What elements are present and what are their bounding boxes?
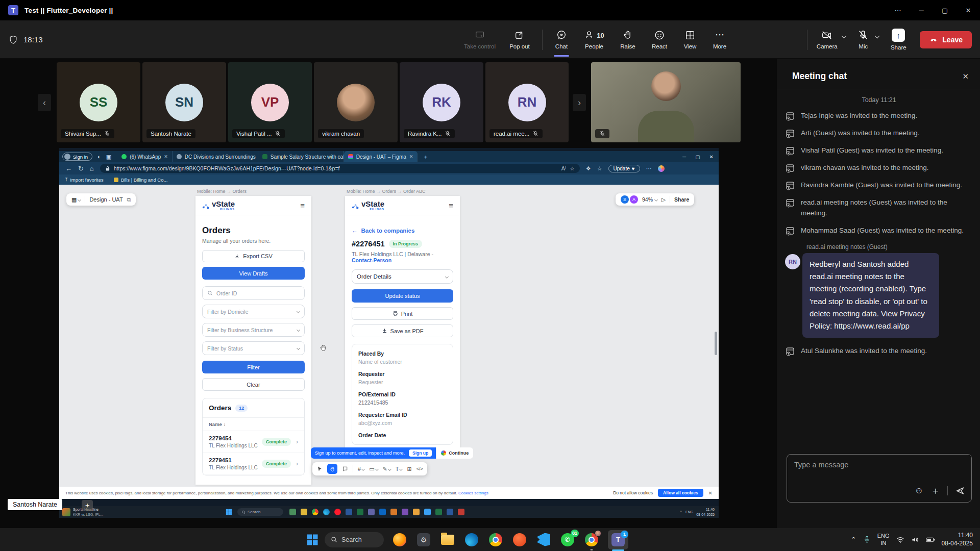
volume-icon[interactable]	[911, 536, 919, 543]
copilot-sidebar-icon[interactable]: ◐	[97, 154, 101, 160]
browser-tab[interactable]: DC Divisions and Surroundings✕	[173, 151, 258, 162]
hamburger-menu-icon[interactable]: ≡	[300, 201, 305, 210]
present-icon[interactable]: ▷	[662, 196, 666, 203]
close-button[interactable]: ✕	[957, 7, 980, 14]
order-row[interactable]: 2279451 TL Flex Holdings LLC Complete ›	[203, 453, 304, 475]
new-tab-icon[interactable]: ＋	[423, 153, 428, 161]
taskbar-icon-edge[interactable]	[464, 532, 479, 547]
participant-tile[interactable]: SN Santosh Narate	[142, 62, 226, 142]
home-icon[interactable]: ⌂	[90, 165, 94, 172]
deny-cookies-link[interactable]: Do not allow cookies	[613, 490, 653, 495]
cookie-settings-link[interactable]: Cookies settings	[458, 491, 488, 495]
browser-sign-in-button[interactable]: Sign in	[62, 153, 92, 161]
people-button[interactable]: 10 People	[576, 30, 612, 49]
url-field[interactable]: https://www.figma.com/design/9BKQ0FOHRWa…	[100, 164, 580, 173]
back-icon[interactable]: ←	[65, 165, 72, 172]
react-button[interactable]: React	[644, 30, 675, 49]
tab-close-icon[interactable]: ✕	[164, 154, 168, 159]
figma-frame-order-detail[interactable]: vState FILINGS ≡ ←Back to companies #227…	[345, 196, 460, 454]
allow-cookies-button[interactable]: Allow all cookies	[658, 489, 703, 497]
figma-share-button[interactable]: Share	[674, 196, 689, 203]
presenter-add-icon[interactable]: ＋	[82, 500, 93, 511]
save-as-pdf-button[interactable]: Save as PDF	[352, 324, 453, 337]
figma-canvas[interactable]: ▦ Design - UAT ⧉ S A 94% ▷ Share Mobil	[59, 185, 719, 487]
update-status-button[interactable]: Update status	[352, 289, 453, 303]
move-tool-icon[interactable]	[316, 466, 323, 472]
chat-message[interactable]: RN Redberyl and Santosh added read.ai me…	[785, 253, 973, 338]
text-tool-icon[interactable]: T	[396, 466, 403, 472]
minimize-button[interactable]: ─	[910, 7, 933, 14]
browser-close-icon[interactable]: ✕	[709, 154, 714, 160]
taskbar-icon-teams[interactable]: T 1	[608, 530, 628, 549]
favorite-bookmark[interactable]: Bills | Billing and Co...	[114, 177, 168, 183]
send-icon[interactable]	[955, 486, 965, 496]
scroll-left-chevron-icon[interactable]: ‹	[38, 94, 51, 111]
chat-close-icon[interactable]: ✕	[962, 72, 969, 81]
filter-domicile-select[interactable]: Filter by Domicile	[202, 305, 305, 318]
filter-button[interactable]: Filter	[202, 361, 305, 373]
taskbar-icon-brave[interactable]	[512, 532, 527, 547]
duplicate-icon[interactable]: ⧉	[127, 196, 131, 203]
participant-tile[interactable]: VP Vishal Patil ...	[228, 62, 312, 142]
collaborator-avatar[interactable]: A	[630, 195, 638, 204]
extensions-icon[interactable]: ❖	[586, 165, 591, 172]
comment-tool-icon[interactable]	[342, 466, 348, 472]
figma-menu-icon[interactable]: ▦	[71, 196, 81, 203]
frame-breadcrumb[interactable]: Mobile: Home → Orders → Order ABC	[347, 189, 426, 194]
frame-breadcrumb[interactable]: Mobile: Home → Orders	[197, 189, 247, 194]
zoom-level-dropdown[interactable]: 94%	[642, 196, 657, 203]
mic-button[interactable]: Mic	[851, 30, 875, 49]
view-drafts-button[interactable]: View Drafts	[202, 267, 305, 280]
participant-tile[interactable]: RN read.ai mee...	[485, 62, 569, 142]
emoji-icon[interactable]: ☺	[915, 486, 923, 496]
order-details-select[interactable]: Order Details	[352, 269, 453, 284]
chat-message-list[interactable]: Today 11:21 Tejas Ingle was invited to t…	[777, 89, 980, 357]
collaborator-avatar[interactable]: S	[621, 195, 629, 204]
participant-tile[interactable]: vikram chavan	[314, 62, 398, 142]
news-widget[interactable]: Sports Headline KKR vs LSG, IPL...	[62, 507, 149, 516]
dev-mode-icon[interactable]: </>	[416, 466, 423, 471]
canvas-scrollbar[interactable]	[715, 332, 717, 355]
back-to-companies-link[interactable]: ←Back to companies	[352, 228, 453, 234]
taskbar-search-box[interactable]: Search	[325, 532, 384, 547]
maximize-button[interactable]: ▢	[933, 7, 957, 14]
taskbar-icon-chrome[interactable]	[488, 532, 503, 547]
browser-maximize-icon[interactable]: ▢	[695, 154, 700, 160]
more-button[interactable]: ⋯ More	[705, 30, 734, 49]
start-button-icon[interactable]	[306, 534, 318, 546]
taskbar-icon-vscode[interactable]	[536, 532, 551, 547]
row-chevron-icon[interactable]: ›	[296, 438, 298, 445]
browser-tab-active[interactable]: Design - UAT – Figma✕	[344, 151, 418, 162]
wifi-icon[interactable]	[896, 536, 904, 543]
order-row[interactable]: 2279454 TL Flex Holdings LLC Complete ›	[203, 431, 304, 453]
print-button[interactable]: Print	[352, 307, 453, 320]
frame-tool-icon[interactable]: #	[358, 466, 364, 472]
column-header[interactable]: Name ↓	[203, 418, 304, 431]
order-id-search-input[interactable]: Order ID	[202, 286, 305, 300]
battery-icon[interactable]	[926, 537, 935, 543]
browser-update-button[interactable]: Update ♥	[608, 165, 640, 172]
camera-options-chevron[interactable]	[842, 34, 847, 39]
camera-button[interactable]: Camera	[812, 30, 842, 49]
leave-button[interactable]: Leave	[920, 31, 972, 48]
browser-tab[interactable]: Sample Salary Structure with calc✕	[258, 151, 344, 162]
taskbar-icon-file-explorer[interactable]	[440, 532, 455, 547]
favorites-bar-icon[interactable]: ☆	[597, 165, 602, 172]
contact-person-link[interactable]: Contact-Person	[352, 257, 391, 263]
participant-tile[interactable]: SS Shivani Sup...	[57, 62, 140, 142]
taskbar-icon-chrome-profile[interactable]	[584, 532, 599, 547]
titlebar-more-icon[interactable]: ⋯	[886, 7, 910, 14]
taskbar-icon-whatsapp[interactable]: ✆ 81	[560, 532, 575, 547]
taskbar-icon-firefox[interactable]	[392, 532, 407, 547]
tab-close-icon[interactable]: ✕	[409, 154, 413, 159]
pen-tool-icon[interactable]: ✎	[383, 466, 391, 472]
sign-up-button[interactable]: Sign up	[409, 449, 432, 457]
import-favorites-link[interactable]: ⤒ Import favorites	[65, 177, 104, 183]
view-button[interactable]: View	[675, 30, 705, 49]
filter-business-structure-select[interactable]: Filter by Business Structure	[202, 323, 305, 337]
widgets-tool-icon[interactable]: ⊞	[407, 466, 411, 472]
share-button[interactable]: ↑ Share	[884, 29, 913, 51]
raise-hand-button[interactable]: Raise	[612, 30, 644, 49]
participant-tile-video[interactable]	[591, 62, 741, 142]
shared-taskbar-icons[interactable]	[289, 509, 464, 515]
